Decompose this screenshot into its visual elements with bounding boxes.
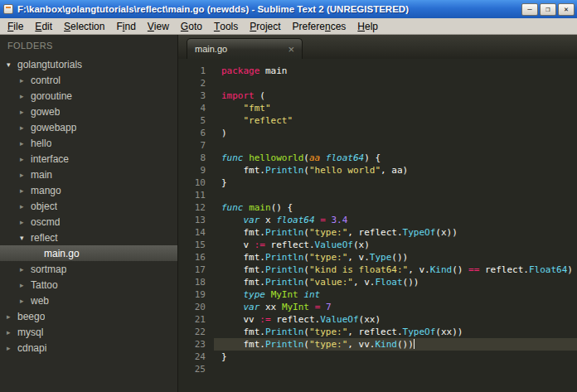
code-line-21[interactable]: vv := reflect.ValueOf(xx): [214, 313, 577, 326]
tree-item-label: object: [31, 201, 57, 212]
tree-item-gowebapp[interactable]: ▸gowebapp: [0, 119, 177, 135]
title-bar: F:\kanbox\golangtutorials\reflect\main.g…: [0, 0, 577, 18]
tree-item-label: sortmap: [31, 264, 66, 275]
line-number: 2: [178, 77, 214, 90]
tree-item-interface[interactable]: ▸interface: [0, 151, 177, 167]
code-line-15[interactable]: v := reflect.ValueOf(x): [214, 239, 577, 251]
main-area: FOLDERS ▾golangtutorials▸control▸gorouti…: [0, 35, 577, 392]
app-icon: [3, 4, 13, 14]
line-number: 10: [178, 177, 214, 189]
folders-header: FOLDERS: [0, 35, 177, 56]
menu-project[interactable]: Project: [244, 18, 286, 34]
menu-tools[interactable]: Tools: [208, 18, 244, 34]
text-cursor: [414, 339, 415, 349]
tab-bar: main.go ×: [178, 35, 577, 59]
tree-item-sortmap[interactable]: ▸sortmap: [0, 261, 177, 277]
disclosure-triangle-icon[interactable]: ▸: [20, 155, 31, 163]
disclosure-triangle-icon[interactable]: ▸: [20, 108, 31, 116]
disclosure-triangle-icon[interactable]: ▸: [20, 281, 31, 289]
tab-close-icon[interactable]: ×: [288, 44, 294, 55]
code-line-23[interactable]: fmt.Println("type:", vv.Kind()): [214, 338, 577, 351]
code-line-1[interactable]: package main: [214, 65, 577, 77]
code-line-17[interactable]: fmt.Println("kind is float64:", v.Kind()…: [214, 264, 577, 276]
disclosure-triangle-icon[interactable]: ▸: [7, 344, 17, 352]
disclosure-triangle-icon[interactable]: ▸: [20, 265, 31, 273]
tree-item-cdnapi[interactable]: ▸cdnapi: [0, 340, 177, 356]
menu-goto[interactable]: Goto: [175, 18, 208, 34]
menu-view[interactable]: View: [142, 18, 175, 34]
tree-item-object[interactable]: ▸object: [0, 198, 177, 214]
tree-item-goroutine[interactable]: ▸goroutine: [0, 88, 177, 104]
code-line-25[interactable]: [214, 363, 577, 375]
code-line-24[interactable]: }: [214, 351, 577, 363]
window-title: F:\kanbox\golangtutorials\reflect\main.g…: [17, 4, 521, 14]
minimize-button[interactable]: —: [521, 3, 538, 16]
menu-help[interactable]: Help: [352, 18, 384, 34]
line-number: 17: [178, 264, 214, 276]
tree-item-web[interactable]: ▸web: [0, 293, 177, 308]
code-line-19[interactable]: type MyInt int: [214, 288, 577, 301]
tab-main-go[interactable]: main.go ×: [187, 38, 303, 59]
line-number: 19: [178, 288, 214, 301]
code-line-5[interactable]: "reflect": [214, 114, 577, 127]
code-line-4[interactable]: "fmt": [214, 102, 577, 114]
tree-item-main-go[interactable]: main.go: [0, 245, 177, 261]
menu-find[interactable]: Find: [110, 18, 141, 34]
code-editor[interactable]: 1234567891011121314151617181920212223242…: [178, 59, 577, 392]
maximize-button[interactable]: ❒: [540, 3, 556, 16]
code-line-16[interactable]: fmt.Println("type:", v.Type()): [214, 251, 577, 264]
menu-selection[interactable]: Selection: [58, 18, 110, 34]
disclosure-triangle-icon[interactable]: ▸: [20, 186, 31, 195]
code-line-9[interactable]: fmt.Println("hello world", aa): [214, 164, 577, 177]
tree-item-goweb[interactable]: ▸goweb: [0, 104, 177, 119]
disclosure-triangle-icon[interactable]: ▾: [7, 60, 17, 69]
code-line-20[interactable]: var xx MyInt = 7: [214, 301, 577, 313]
tree-item-mango[interactable]: ▸mango: [0, 182, 177, 198]
tree-item-label: control: [31, 75, 61, 86]
disclosure-triangle-icon[interactable]: ▸: [20, 202, 31, 211]
code-line-18[interactable]: fmt.Println("value:", v.Float()): [214, 276, 577, 288]
code-line-10[interactable]: }: [214, 177, 577, 189]
menu-preferences[interactable]: Preferences: [287, 18, 352, 34]
line-number: 6: [178, 127, 214, 139]
tree-item-control[interactable]: ▸control: [0, 72, 177, 88]
window-controls: —❒✕: [521, 3, 575, 16]
tree-item-hello[interactable]: ▸hello: [0, 135, 177, 151]
menu-file[interactable]: File: [2, 18, 29, 34]
code-line-22[interactable]: fmt.Println("type:", reflect.TypeOf(xx)): [214, 326, 577, 338]
line-number: 5: [178, 114, 214, 127]
code-line-3[interactable]: import (: [214, 90, 577, 102]
tree-item-label: reflect: [31, 232, 58, 244]
disclosure-triangle-icon[interactable]: ▸: [20, 139, 31, 148]
code-line-8[interactable]: func helloworld(aa float64) {: [214, 152, 577, 164]
code-line-14[interactable]: fmt.Println("type:", reflect.TypeOf(x)): [214, 226, 577, 239]
disclosure-triangle-icon[interactable]: ▸: [20, 297, 31, 305]
code-line-7[interactable]: [214, 139, 577, 152]
tree-item-main[interactable]: ▸main: [0, 167, 177, 182]
disclosure-triangle-icon[interactable]: ▾: [20, 234, 31, 242]
close-button[interactable]: ✕: [558, 3, 575, 16]
folder-tree: ▾golangtutorials▸control▸goroutine▸goweb…: [0, 56, 177, 392]
line-number: 14: [178, 226, 214, 239]
code-line-12[interactable]: func main() {: [214, 201, 577, 214]
code-line-6[interactable]: ): [214, 127, 577, 139]
disclosure-triangle-icon[interactable]: ▸: [20, 76, 31, 85]
code-line-13[interactable]: var x float64 = 3.4: [214, 214, 577, 226]
tree-item-reflect[interactable]: ▾reflect: [0, 230, 177, 245]
tree-item-beego[interactable]: ▸beego: [0, 308, 177, 324]
disclosure-triangle-icon[interactable]: ▸: [7, 328, 17, 336]
disclosure-triangle-icon[interactable]: ▸: [20, 171, 31, 179]
disclosure-triangle-icon[interactable]: ▸: [7, 312, 17, 321]
tree-item-oscmd[interactable]: ▸oscmd: [0, 214, 177, 230]
tree-item-golangtutorials[interactable]: ▾golangtutorials: [0, 56, 177, 72]
code-line-2[interactable]: [214, 77, 577, 90]
disclosure-triangle-icon[interactable]: ▸: [20, 218, 31, 226]
code-area: package mainimport ( "fmt" "reflect")fun…: [214, 65, 577, 392]
tree-item-Tattoo[interactable]: ▸Tattoo: [0, 277, 177, 293]
tab-label: main.go: [195, 44, 288, 54]
code-line-11[interactable]: [214, 189, 577, 201]
tree-item-mysql[interactable]: ▸mysql: [0, 324, 177, 340]
disclosure-triangle-icon[interactable]: ▸: [20, 92, 31, 100]
menu-edit[interactable]: Edit: [29, 18, 58, 34]
disclosure-triangle-icon[interactable]: ▸: [20, 123, 31, 132]
